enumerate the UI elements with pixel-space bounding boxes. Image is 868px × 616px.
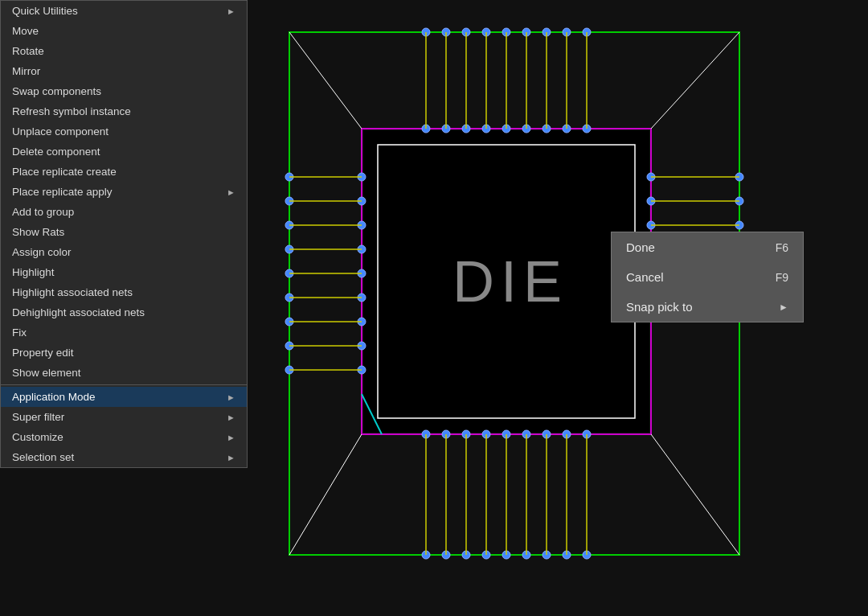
submenu-panel: Done F6 Cancel F9 Snap pick to ► [611,232,804,322]
svg-line-104 [651,434,739,555]
menu-item-swap-components[interactable]: Swap components [1,81,247,101]
menu-item-show-rats[interactable]: Show Rats [1,222,247,242]
menu-item-quick-utilities[interactable]: Quick Utilities ► [1,1,247,21]
menu-item-delete-component[interactable]: Delete component [1,142,247,162]
menu-item-add-to-group[interactable]: Add to group [1,202,247,222]
svg-line-103 [651,32,739,129]
svg-line-102 [289,434,362,555]
submenu-item-done[interactable]: Done F6 [612,232,803,262]
submenu-arrow-place-replicate: ► [227,187,235,197]
submenu-arrow-quick-utilities: ► [227,6,235,16]
svg-line-101 [289,32,362,129]
submenu-arrow-selection-set: ► [227,453,235,462]
menu-item-refresh-symbol[interactable]: Refresh symbol instance [1,101,247,121]
menu-item-mirror[interactable]: Mirror [1,61,247,81]
submenu-arrow-snap-pick-to: ► [779,302,788,313]
menu-item-fix[interactable]: Fix [1,322,247,343]
menu-item-place-replicate-create[interactable]: Place replicate create [1,162,247,182]
menu-item-application-mode[interactable]: Application Mode ► [1,387,247,407]
submenu-arrow-customize: ► [227,433,235,442]
menu-item-unplace-component[interactable]: Unplace component [1,121,247,142]
menu-item-assign-color[interactable]: Assign color [1,242,247,262]
menu-separator-1 [1,384,247,385]
menu-item-show-element[interactable]: Show element [1,363,247,383]
menu-item-highlight[interactable]: Highlight [1,262,247,282]
context-menu: Quick Utilities ► Move Rotate Mirror Swa… [0,0,248,468]
menu-item-place-replicate-apply[interactable]: Place replicate apply ► [1,182,247,202]
menu-item-highlight-associated-nets[interactable]: Highlight associated nets [1,282,247,302]
menu-item-move[interactable]: Move [1,21,247,41]
menu-item-super-filter[interactable]: Super filter ► [1,407,247,427]
submenu-item-cancel[interactable]: Cancel F9 [612,262,803,292]
submenu-item-snap-pick-to[interactable]: Snap pick to ► [612,292,803,322]
svg-text:DIE: DIE [452,249,568,314]
menu-item-customize[interactable]: Customize ► [1,427,247,447]
submenu-arrow-super-filter: ► [227,413,235,422]
menu-item-property-edit[interactable]: Property edit [1,343,247,363]
submenu-arrow-application-mode: ► [227,392,235,402]
menu-item-dehighlight-associated-nets[interactable]: Dehighlight associated nets [1,302,247,322]
menu-item-rotate[interactable]: Rotate [1,41,247,61]
menu-item-selection-set[interactable]: Selection set ► [1,447,247,467]
